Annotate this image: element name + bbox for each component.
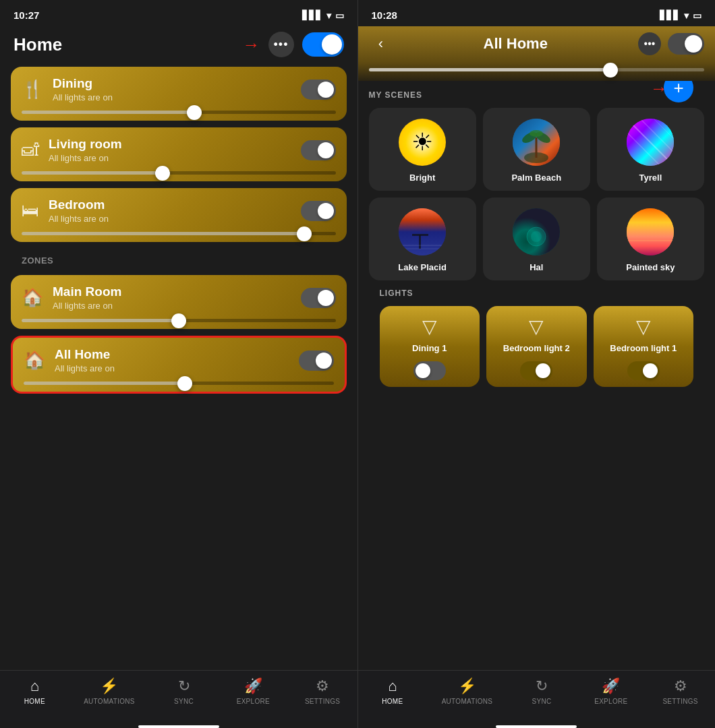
more-button-right[interactable]: ••• — [638, 32, 661, 55]
main-toggle-left[interactable] — [302, 32, 344, 57]
automations-nav-label-right: AUTOMATIONS — [442, 698, 493, 705]
toggle-bedroom2[interactable] — [520, 361, 552, 380]
scenes-section: MY SCENES + → ☀ Bright — [358, 81, 716, 670]
room-text: Dining All lights are on — [53, 76, 113, 102]
wifi-icon-right: ▾ — [684, 10, 689, 21]
nav-automations-right[interactable]: ⚡ AUTOMATIONS — [442, 677, 493, 705]
status-icons-left: ▋▋▋ ▾ ▭ — [302, 10, 344, 21]
hal-svg — [513, 208, 560, 255]
room-card-top: 🍴 Dining All lights are on — [22, 76, 336, 102]
scene-card-bright[interactable]: ☀ Bright — [369, 108, 476, 191]
home-indicator-left — [138, 725, 219, 728]
allhome-icon: 🏠 — [24, 350, 45, 371]
scene-img-painted — [627, 208, 674, 255]
sync-nav-icon-right: ↻ — [536, 677, 548, 695]
painted-svg — [627, 208, 674, 255]
light-card-bedroom2[interactable]: ▽ Bedroom light 2 — [486, 306, 587, 387]
status-icons-right: ▋▋▋ ▾ ▭ — [660, 10, 702, 21]
toggle-dining[interactable] — [301, 80, 336, 100]
toggle-bedroom1[interactable] — [627, 361, 660, 380]
room-card-bedroom[interactable]: 🛏 Bedroom All lights are on — [11, 188, 347, 242]
main-toggle-right[interactable] — [668, 33, 704, 55]
nav-explore-right[interactable]: 🚀 EXPLORE — [591, 677, 631, 705]
status-bar-left: 10:27 ▋▋▋ ▾ ▭ — [0, 0, 358, 26]
lights-section: LIGHTS ▽ Dining 1 ▽ Bedroom light 2 ▽ — [369, 289, 705, 387]
scene-img-lake — [399, 208, 446, 255]
scene-card-palmbeach[interactable]: Palm Beach — [483, 108, 590, 191]
nav-sync-left[interactable]: ↻ SYNC — [164, 677, 204, 705]
slider-allhome[interactable] — [24, 382, 334, 385]
slider-thumb-mainroom[interactable] — [171, 313, 186, 328]
bottom-nav-right: ⌂ HOME ⚡ AUTOMATIONS ↻ SYNC 🚀 EXPLORE ⚙ … — [358, 670, 716, 721]
explore-nav-icon-right: 🚀 — [602, 677, 620, 695]
automations-nav-icon-right: ⚡ — [458, 677, 476, 695]
toggle-living[interactable] — [301, 140, 336, 160]
slider-bedroom[interactable] — [22, 232, 336, 235]
room-status-bedroom: All lights are on — [49, 214, 109, 224]
home-nav-label: HOME — [24, 698, 45, 705]
brightness-thumb[interactable] — [603, 63, 618, 78]
toggle-dining1[interactable] — [413, 361, 446, 380]
automations-nav-label: AUTOMATIONS — [84, 698, 135, 705]
slider-thumb-allhome[interactable] — [177, 376, 192, 391]
nav-home-right[interactable]: ⌂ HOME — [372, 677, 413, 705]
room-info-living: 🛋 Living room All lights are on — [22, 137, 122, 163]
automations-nav-icon: ⚡ — [100, 677, 118, 695]
room-name-mainroom: Main Room — [53, 284, 121, 299]
signal-icon-right: ▋▋▋ — [660, 10, 680, 20]
scene-card-lake[interactable]: Lake Placid — [369, 198, 476, 280]
room-name-dining: Dining — [53, 76, 113, 91]
sync-nav-label: SYNC — [174, 698, 194, 705]
svg-rect-13 — [412, 234, 428, 236]
zones-label: ZONES — [11, 249, 347, 268]
toggle-bedroom[interactable] — [301, 201, 336, 221]
room-status-dining: All lights are on — [53, 92, 113, 102]
time-right: 10:28 — [372, 9, 397, 21]
back-button[interactable]: ‹ — [369, 32, 393, 56]
scene-card-tyrell[interactable]: Tyrell — [597, 108, 704, 191]
room-name-living: Living room — [49, 137, 122, 152]
nav-settings-right[interactable]: ⚙ SETTINGS — [660, 677, 701, 705]
scene-card-painted[interactable]: Painted sky — [597, 198, 704, 280]
light-card-bedroom1[interactable]: ▽ Bedroom light 1 — [594, 306, 694, 387]
nav-sync-right[interactable]: ↻ SYNC — [521, 677, 562, 705]
nav-automations-left[interactable]: ⚡ AUTOMATIONS — [84, 677, 135, 705]
svg-point-5 — [530, 130, 543, 137]
settings-nav-label: SETTINGS — [305, 698, 340, 705]
header-left: Home → ••• — [0, 26, 358, 67]
mainroom-icon: 🏠 — [22, 287, 43, 308]
light-card-dining1[interactable]: ▽ Dining 1 — [380, 306, 480, 387]
slider-mainroom[interactable] — [22, 319, 336, 322]
toggle-allhome[interactable] — [299, 351, 334, 371]
room-card-dining[interactable]: 🍴 Dining All lights are on — [11, 67, 347, 121]
scene-img-tyrell — [627, 119, 674, 166]
slider-thumb-dining[interactable] — [187, 105, 202, 120]
tyrell-svg — [627, 119, 674, 166]
bulb-icon-bedroom2: ▽ — [529, 315, 544, 338]
nav-home-left[interactable]: ⌂ HOME — [14, 677, 55, 705]
living-icon: 🛋 — [22, 140, 39, 160]
explore-nav-label-right: EXPLORE — [594, 698, 627, 705]
more-button-left[interactable]: ••• — [268, 32, 294, 57]
scene-label-tyrell: Tyrell — [639, 173, 662, 183]
bottom-nav-left: ⌂ HOME ⚡ AUTOMATIONS ↻ SYNC 🚀 EXPLORE ⚙ … — [0, 670, 358, 721]
slider-fill-living — [22, 171, 163, 175]
slider-living[interactable] — [22, 171, 336, 175]
room-card-living[interactable]: 🛋 Living room All lights are on — [11, 127, 347, 181]
scene-label-bright: Bright — [409, 173, 435, 183]
toggle-mainroom[interactable] — [301, 288, 336, 308]
room-card-top-mainroom: 🏠 Main Room All lights are on — [22, 284, 336, 311]
nav-explore-left[interactable]: 🚀 EXPLORE — [233, 677, 273, 705]
slider-thumb-bedroom[interactable] — [297, 226, 312, 241]
room-card-allhome[interactable]: 🏠 All Home All lights are on — [11, 336, 347, 394]
scene-card-hal[interactable]: Hal — [483, 198, 590, 280]
nav-settings-left[interactable]: ⚙ SETTINGS — [302, 677, 343, 705]
brightness-slider[interactable] — [369, 68, 705, 71]
slider-thumb-living[interactable] — [155, 166, 170, 181]
more-dots-left: ••• — [274, 38, 289, 52]
bulb-icon-bedroom1: ▽ — [636, 315, 651, 338]
slider-dining[interactable] — [22, 111, 336, 114]
lights-grid: ▽ Dining 1 ▽ Bedroom light 2 ▽ Bedroom l… — [380, 306, 694, 387]
room-card-mainroom[interactable]: 🏠 Main Room All lights are on — [11, 275, 347, 329]
room-text-allhome: All Home All lights are on — [55, 347, 115, 373]
